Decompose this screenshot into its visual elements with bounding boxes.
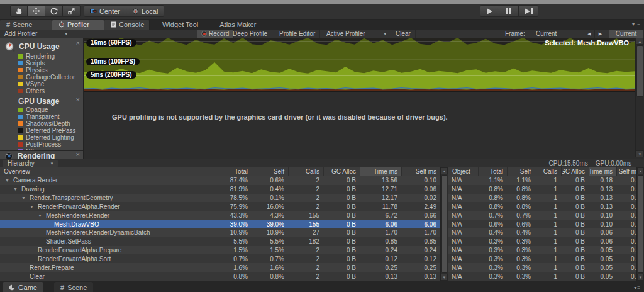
next-frame-button[interactable]: ▶ (595, 30, 606, 38)
close-icon[interactable]: × (76, 40, 80, 46)
row-object-cells[interactable]: N/A0.6%0.6%10 B0.100.1 (448, 220, 644, 228)
row-object-cells[interactable]: N/A0.3%0.3%10 B0.050.0 (448, 263, 644, 272)
cpu-usage-section[interactable]: CPU Usage × RenderingScriptsPhysicsGarba… (0, 38, 83, 94)
close-icon[interactable]: × (76, 96, 80, 103)
legend-item[interactable]: GarbageCollector (18, 74, 83, 81)
play-button[interactable] (480, 5, 499, 17)
current-frame-button[interactable]: Current (609, 30, 644, 38)
row-overview-cells[interactable]: RenderForwardAlpha.Sort0.7%0.7%20 B0.120… (0, 254, 440, 263)
legend-item[interactable]: Opaque (18, 106, 83, 113)
prev-frame-button[interactable]: ◀ (584, 30, 595, 38)
foldout-icon[interactable]: ▼ (30, 205, 38, 209)
scroll-down-icon[interactable]: ▼ (637, 274, 644, 281)
table-row[interactable]: ▼Camera.Render87.4%0.6%20 B13.560.10N/A1… (0, 176, 644, 185)
table-row[interactable]: Mesh.DrawVBO39.0%39.0%1550 B6.066.06N/A0… (0, 220, 644, 228)
row-overview-cells[interactable]: Render.Prepare1.6%1.6%20 B0.250.25 (0, 263, 440, 272)
legend-item[interactable]: VSync (18, 81, 83, 87)
row-object-cells[interactable]: N/A0.3%0.3%10 B0.060.0 (448, 237, 644, 246)
legend-item[interactable]: Physics (18, 67, 83, 74)
column-header-total[interactable]: Total (214, 167, 252, 176)
tab-atlas-maker[interactable]: Atlas Maker (213, 20, 262, 30)
step-button[interactable] (519, 5, 538, 17)
scroll-down-icon[interactable]: ▼ (441, 274, 448, 281)
legend-item[interactable]: Scripts (18, 60, 83, 67)
column-header-calls[interactable]: Calls (288, 167, 323, 176)
row-overview-cells[interactable]: ▼MeshRenderer.Render43.3%4.3%1550 B6.720… (0, 211, 440, 220)
row-object-cells[interactable]: N/A0.4%0.4%10 B0.060.0 (448, 228, 644, 237)
table-row[interactable]: Shader.SetPass5.5%5.5%1820 B0.850.85N/A0… (0, 237, 644, 246)
hand-tool-button[interactable] (10, 5, 28, 17)
pause-button[interactable] (499, 5, 519, 17)
row-object-cells[interactable]: N/A0.3%0.3%10 B0.050.0 (448, 254, 644, 263)
profile-editor-button[interactable]: Profile Editor (275, 30, 320, 38)
column-header-self-ms[interactable]: Self ms (401, 167, 440, 176)
row-overview-cells[interactable]: ▼Drawing81.9%0.4%20 B12.710.06 (0, 185, 440, 194)
column-header-object-time-ms[interactable]: Time ms (589, 167, 616, 176)
add-profiler-dropdown[interactable]: Add Profiler ▾ (0, 30, 72, 38)
scrollbar-thumb[interactable] (636, 45, 643, 97)
scrollbar-thumb[interactable] (638, 175, 643, 273)
column-header-self[interactable]: Self (252, 167, 288, 176)
row-overview-cells[interactable]: ▼Render.TransparentGeometry78.5%0.1%20 B… (0, 194, 440, 203)
local-pivot-button[interactable]: Local (126, 5, 164, 17)
table-row[interactable]: RenderForwardAlpha.Prepare1.5%1.5%20 B0.… (0, 246, 644, 255)
tab-widget-tool[interactable]: Widget Tool (156, 20, 204, 30)
row-object-cells[interactable]: N/A0.3%0.3%10 B0.050.0 (448, 272, 644, 281)
row-overview-cells[interactable]: ▼Camera.Render87.4%0.6%20 B13.560.10 (0, 176, 440, 185)
table-row[interactable]: Clear0.8%0.8%20 B0.130.13N/A0.3%0.3%10 B… (0, 272, 644, 281)
row-overview-cells[interactable]: Clear0.8%0.8%20 B0.130.13 (0, 272, 440, 281)
table-row[interactable]: ▼RenderForwardAlpha.Render75.9%16.0%20 B… (0, 202, 644, 211)
column-header-object-self[interactable]: Self (507, 167, 535, 176)
legend-item[interactable]: Rendering (18, 53, 83, 60)
row-object-cells[interactable]: N/A1.1%1.1%10 B0.180.1 (448, 176, 644, 185)
scroll-up-icon[interactable]: ▲ (441, 167, 448, 174)
legend-item[interactable]: Shadows/Depth (18, 120, 83, 127)
tab-console[interactable]: Console (104, 20, 150, 30)
scroll-up-icon[interactable]: ▲ (636, 38, 644, 45)
column-header-object[interactable]: Object (448, 167, 478, 176)
column-header-gc-alloc[interactable]: GC Alloc (323, 167, 360, 176)
table-right-scrollbar[interactable]: ▲ ▼ (636, 167, 644, 281)
tab-profiler[interactable]: Profiler (52, 20, 104, 30)
row-object-cells[interactable]: N/A0.8%0.8%10 B0.130.1 (448, 185, 644, 194)
column-header-time-ms[interactable]: Time ms (360, 167, 401, 176)
table-middle-scrollbar[interactable]: ▲ ▼ (440, 167, 448, 281)
table-row[interactable]: MeshRenderer.RenderDynamicBatch10.9%10.9… (0, 228, 644, 237)
legend-item[interactable]: Deferred PrePass (18, 127, 83, 134)
foldout-icon[interactable]: ▼ (38, 213, 46, 218)
legend-item[interactable]: Transparent (18, 113, 83, 120)
scale-tool-button[interactable] (63, 5, 80, 17)
active-profiler-dropdown[interactable]: Active Profiler ▾ (322, 30, 391, 38)
legend-item[interactable]: Others (18, 87, 83, 94)
table-row[interactable]: ▼Render.TransparentGeometry78.5%0.1%20 B… (0, 194, 644, 203)
row-overview-cells[interactable]: ▼RenderForwardAlpha.Render75.9%16.0%20 B… (0, 202, 440, 211)
table-row[interactable]: ▼Drawing81.9%0.4%20 B12.710.06N/A0.8%0.8… (0, 185, 644, 194)
clear-button[interactable]: Clear (391, 30, 416, 38)
foldout-icon[interactable]: ▼ (13, 187, 21, 191)
scroll-down-icon[interactable]: ▼ (636, 150, 644, 157)
rotate-tool-button[interactable] (45, 5, 63, 17)
hierarchy-mode-dropdown[interactable]: Hierarchy ▾ (3, 160, 58, 167)
table-row[interactable]: Render.Prepare1.6%1.6%20 B0.250.25N/A0.3… (0, 263, 644, 272)
table-row[interactable]: ▼MeshRenderer.Render43.3%4.3%1550 B6.720… (0, 211, 644, 220)
foldout-icon[interactable]: ▼ (21, 196, 30, 200)
panel-menu-icon[interactable]: ▾≡ (634, 285, 641, 291)
row-overview-cells[interactable]: RenderForwardAlpha.Prepare1.5%1.5%20 B0.… (0, 246, 440, 255)
column-header-overview[interactable]: Overview (0, 167, 214, 176)
row-overview-cells[interactable]: Mesh.DrawVBO39.0%39.0%1550 B6.066.06 (0, 220, 440, 228)
move-tool-button[interactable] (28, 5, 45, 17)
tab-scene-view[interactable]: # Scene (54, 282, 93, 292)
scroll-up-icon[interactable]: ▲ (637, 167, 644, 174)
row-object-cells[interactable]: N/A0.7%0.7%10 B0.100.1 (448, 211, 644, 220)
row-overview-cells[interactable]: Shader.SetPass5.5%5.5%1820 B0.850.85 (0, 237, 440, 246)
column-header-object-total[interactable]: Total (478, 167, 507, 176)
row-object-cells[interactable]: N/A0.3%0.3%10 B0.050.0 (448, 246, 644, 255)
gpu-usage-section[interactable]: GPU Usage × OpaqueTransparentShadows/Dep… (0, 94, 83, 151)
legend-item[interactable]: Deferred Lighting (18, 134, 83, 141)
panel-menu-icon[interactable]: ▾ ≡ (632, 21, 641, 27)
row-object-cells[interactable]: N/A0.8%0.8%10 B0.130.1 (448, 194, 644, 203)
tab-game[interactable]: Game (3, 282, 43, 292)
legend-item[interactable]: PostProcess (18, 141, 83, 148)
table-row[interactable]: RenderForwardAlpha.Sort0.7%0.7%20 B0.120… (0, 254, 644, 263)
close-icon[interactable]: × (76, 151, 80, 157)
